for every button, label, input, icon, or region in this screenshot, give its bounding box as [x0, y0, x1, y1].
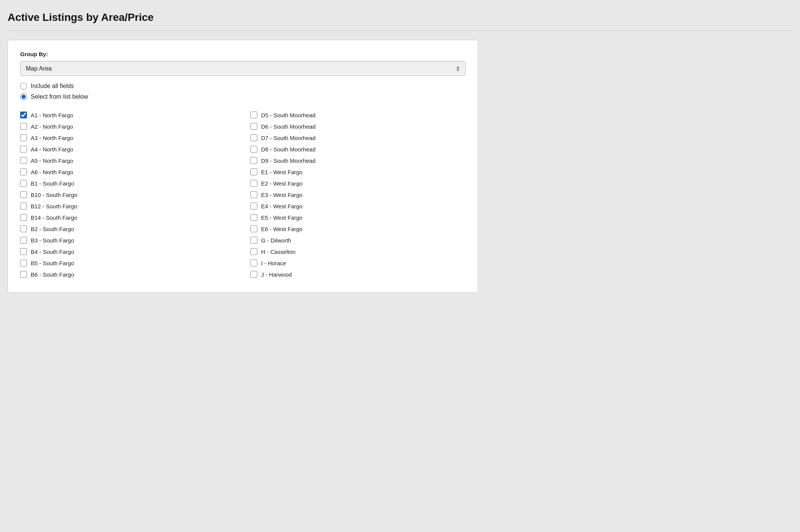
checkbox-e5[interactable]	[250, 214, 257, 221]
checkbox-item[interactable]: D9 - South Moorhead	[250, 155, 466, 166]
checkbox-b14[interactable]	[20, 214, 27, 221]
group-by-select[interactable]: Map Area Price Range Zip Code	[20, 61, 466, 76]
checkbox-label-b2[interactable]: B2 - South Fargo	[31, 226, 74, 232]
checkbox-item[interactable]: E4 - West Fargo	[250, 200, 466, 212]
checkbox-label-a6[interactable]: A6 - North Fargo	[31, 169, 73, 175]
checkbox-item[interactable]: A6 - North Fargo	[20, 166, 228, 178]
checkbox-item[interactable]: E3 - West Fargo	[250, 189, 466, 200]
checkbox-label-a5[interactable]: A5 - North Fargo	[31, 157, 73, 164]
checkbox-b10[interactable]	[20, 191, 27, 198]
checkbox-b1[interactable]	[20, 180, 27, 187]
checkbox-label-e4[interactable]: E4 - West Fargo	[261, 203, 302, 209]
radio-select-list-item[interactable]: Select from list below	[20, 93, 466, 100]
checkbox-item[interactable]: J - Harwood	[250, 269, 466, 280]
checkbox-item[interactable]: A4 - North Fargo	[20, 143, 228, 155]
checkbox-label-g[interactable]: G - Dilworth	[261, 237, 291, 244]
checkbox-d7[interactable]	[250, 134, 257, 141]
checkbox-item[interactable]: H - Casselton	[250, 246, 466, 257]
radio-select-list[interactable]	[20, 93, 27, 100]
checkbox-label-a2[interactable]: A2 - North Fargo	[31, 123, 73, 130]
checkbox-e2[interactable]	[250, 180, 257, 187]
checkbox-label-d8[interactable]: D8 - South Moorhead	[261, 146, 315, 153]
checkbox-item[interactable]: B1 - South Fargo	[20, 178, 228, 189]
checkbox-label-d7[interactable]: D7 - South Moorhead	[261, 135, 315, 141]
checkbox-g[interactable]	[250, 237, 257, 244]
checkbox-item[interactable]: B12 - South Fargo	[20, 200, 228, 212]
checkbox-item[interactable]: E2 - West Fargo	[250, 178, 466, 189]
checkbox-e6[interactable]	[250, 225, 257, 232]
checkbox-item[interactable]: A3 - North Fargo	[20, 132, 228, 143]
checkbox-e4[interactable]	[250, 203, 257, 209]
checkbox-item[interactable]: B14 - South Fargo	[20, 212, 228, 223]
checkbox-b6[interactable]	[20, 271, 27, 278]
checkbox-item[interactable]: D8 - South Moorhead	[250, 143, 466, 155]
checkbox-i[interactable]	[250, 260, 257, 266]
checkbox-item[interactable]: G - Dilworth	[250, 235, 466, 246]
radio-select-list-label[interactable]: Select from list below	[31, 93, 88, 100]
checkbox-item[interactable]: I - Horace	[250, 257, 466, 269]
checkbox-a6[interactable]	[20, 168, 27, 175]
checkbox-label-b5[interactable]: B5 - South Fargo	[31, 260, 74, 266]
checkbox-label-b10[interactable]: B10 - South Fargo	[31, 192, 77, 198]
checkbox-item[interactable]: B4 - South Fargo	[20, 246, 228, 257]
checkbox-item[interactable]: A1 - North Fargo	[20, 109, 228, 121]
checkbox-d8[interactable]	[250, 146, 257, 153]
radio-include-all-label[interactable]: Include all fields	[31, 83, 74, 90]
checkbox-b4[interactable]	[20, 248, 27, 255]
checkbox-label-b1[interactable]: B1 - South Fargo	[31, 180, 74, 187]
checkbox-item[interactable]: A2 - North Fargo	[20, 121, 228, 132]
checkbox-j[interactable]	[250, 271, 257, 278]
page-divider	[8, 30, 792, 31]
checkbox-item[interactable]: B10 - South Fargo	[20, 189, 228, 200]
checkbox-label-b3[interactable]: B3 - South Fargo	[31, 237, 74, 244]
checkbox-item[interactable]: B3 - South Fargo	[20, 235, 228, 246]
checkbox-label-e3[interactable]: E3 - West Fargo	[261, 192, 302, 198]
checkbox-label-b4[interactable]: B4 - South Fargo	[31, 249, 74, 255]
checkbox-a2[interactable]	[20, 123, 27, 130]
radio-include-all-item[interactable]: Include all fields	[20, 83, 466, 90]
checkbox-label-d5[interactable]: D5 - South Moorhead	[261, 112, 315, 118]
checkbox-label-d6[interactable]: D6 - South Moorhead	[261, 123, 315, 130]
checkbox-a3[interactable]	[20, 134, 27, 141]
checkbox-d6[interactable]	[250, 123, 257, 130]
checkbox-label-b14[interactable]: B14 - South Fargo	[31, 214, 77, 221]
checkbox-label-a3[interactable]: A3 - North Fargo	[31, 135, 73, 141]
checkbox-label-e5[interactable]: E5 - West Fargo	[261, 214, 302, 221]
checkbox-h[interactable]	[250, 248, 257, 255]
checkbox-label-e1[interactable]: E1 - West Fargo	[261, 169, 302, 175]
checkbox-d5[interactable]	[250, 112, 257, 118]
checkbox-label-h[interactable]: H - Casselton	[261, 249, 296, 255]
checkbox-item[interactable]: D7 - South Moorhead	[250, 132, 466, 143]
checkbox-label-e2[interactable]: E2 - West Fargo	[261, 180, 302, 187]
group-by-label: Group By:	[20, 51, 466, 57]
checkbox-item[interactable]: A5 - North Fargo	[20, 155, 228, 166]
checkbox-b12[interactable]	[20, 203, 27, 209]
radio-group: Include all fields Select from list belo…	[20, 83, 466, 100]
checkbox-item[interactable]: E5 - West Fargo	[250, 212, 466, 223]
checkbox-item[interactable]: B5 - South Fargo	[20, 257, 228, 269]
checkbox-label-d9[interactable]: D9 - South Moorhead	[261, 157, 315, 164]
checkbox-label-b6[interactable]: B6 - South Fargo	[31, 271, 74, 278]
checkbox-label-b12[interactable]: B12 - South Fargo	[31, 203, 77, 209]
checkbox-b3[interactable]	[20, 237, 27, 244]
checkbox-item[interactable]: E6 - West Fargo	[250, 223, 466, 235]
checkbox-item[interactable]: D6 - South Moorhead	[250, 121, 466, 132]
checkbox-d9[interactable]	[250, 157, 257, 164]
checkbox-e3[interactable]	[250, 191, 257, 198]
checkbox-label-j[interactable]: J - Harwood	[261, 271, 292, 278]
radio-include-all[interactable]	[20, 83, 27, 90]
checkbox-a5[interactable]	[20, 157, 27, 164]
checkbox-a4[interactable]	[20, 146, 27, 153]
checkbox-item[interactable]: D5 - South Moorhead	[250, 109, 466, 121]
checkbox-label-a4[interactable]: A4 - North Fargo	[31, 146, 73, 153]
checkbox-item[interactable]: E1 - West Fargo	[250, 166, 466, 178]
checkbox-a1[interactable]	[20, 112, 27, 118]
checkbox-b2[interactable]	[20, 225, 27, 232]
checkbox-item[interactable]: B2 - South Fargo	[20, 223, 228, 235]
checkbox-item[interactable]: B6 - South Fargo	[20, 269, 228, 280]
checkbox-label-i[interactable]: I - Horace	[261, 260, 286, 266]
checkbox-e1[interactable]	[250, 168, 257, 175]
checkbox-b5[interactable]	[20, 260, 27, 266]
checkbox-label-e6[interactable]: E6 - West Fargo	[261, 226, 302, 232]
checkbox-label-a1[interactable]: A1 - North Fargo	[31, 112, 73, 118]
